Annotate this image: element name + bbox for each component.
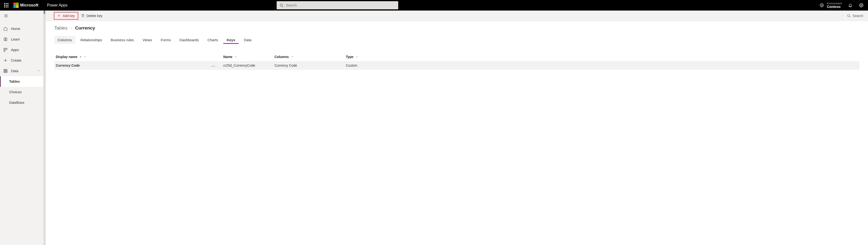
svg-point-34 <box>213 66 214 66</box>
chevron-down-icon <box>84 55 87 58</box>
svg-rect-7 <box>6 6 7 7</box>
svg-point-9 <box>280 4 283 6</box>
nav-dataflows[interactable]: Dataflows <box>0 97 45 108</box>
chevron-right-icon <box>70 25 73 31</box>
keys-table: Display name Name Columns Type <box>54 53 859 70</box>
microsoft-logo[interactable]: Microsoft <box>13 3 38 8</box>
global-search[interactable] <box>277 1 398 9</box>
delete-key-button[interactable]: Delete key <box>78 12 105 19</box>
nav-tables[interactable]: Tables <box>0 76 45 87</box>
column-header-type[interactable]: Type <box>346 55 859 59</box>
header-columns-label: Columns <box>275 55 289 59</box>
breadcrumb-current: Currency <box>75 25 95 31</box>
tab-views[interactable]: Views <box>139 36 156 44</box>
left-navigation: Home Learn Apps Create Data <box>0 10 46 245</box>
trash-icon <box>81 14 85 18</box>
column-header-columns[interactable]: Columns <box>275 55 346 59</box>
svg-rect-5 <box>7 5 8 6</box>
more-horizontal-icon <box>211 66 215 66</box>
nav-learn[interactable]: Learn <box>0 34 45 45</box>
nav-data[interactable]: Data <box>0 66 45 76</box>
nav-learn-label: Learn <box>11 37 20 41</box>
chevron-up-icon <box>37 69 40 73</box>
tabs: Columns Relationships Business rules Vie… <box>54 36 859 44</box>
global-search-input[interactable] <box>286 3 395 7</box>
svg-line-10 <box>282 6 283 7</box>
nav-scrollbar-track[interactable] <box>43 10 45 245</box>
tab-dashboards[interactable]: Dashboards <box>176 36 202 44</box>
app-launcher-button[interactable] <box>1 0 11 10</box>
environment-name: Contoso <box>827 5 842 9</box>
table-grid-icon <box>3 69 8 73</box>
page-search-label: Search <box>853 14 863 18</box>
tab-columns[interactable]: Columns <box>54 36 75 44</box>
apps-icon <box>3 48 8 52</box>
brand-text: Microsoft <box>20 3 38 8</box>
tab-charts[interactable]: Charts <box>204 36 221 44</box>
nav-create[interactable]: Create <box>0 55 45 66</box>
search-icon <box>280 3 284 7</box>
waffle-icon <box>4 3 8 7</box>
plus-icon <box>57 14 61 18</box>
nav-data-label: Data <box>11 69 19 73</box>
add-key-label: Add key <box>63 14 75 18</box>
gear-icon <box>859 3 864 7</box>
tab-keys[interactable]: Keys <box>223 36 239 44</box>
svg-rect-18 <box>4 48 5 49</box>
cell-type: Custom <box>346 63 859 67</box>
bell-icon <box>848 3 852 7</box>
nav-apps[interactable]: Apps <box>0 45 45 55</box>
tab-business-rules[interactable]: Business rules <box>107 36 137 44</box>
chevron-down-icon <box>291 55 293 58</box>
nav-create-label: Create <box>11 58 22 62</box>
svg-point-30 <box>847 15 849 17</box>
sort-asc-icon <box>79 56 82 58</box>
tab-relationships[interactable]: Relationships <box>77 36 105 44</box>
search-icon <box>847 14 851 18</box>
chevron-down-icon <box>234 55 237 58</box>
settings-button[interactable] <box>856 0 867 10</box>
page-search[interactable]: Search <box>842 10 868 21</box>
svg-rect-8 <box>7 6 8 7</box>
app-name: Power Apps <box>47 3 67 7</box>
svg-rect-3 <box>4 5 5 6</box>
svg-rect-23 <box>4 69 7 73</box>
svg-line-31 <box>849 16 850 17</box>
chevron-down-icon <box>355 55 358 58</box>
svg-rect-0 <box>4 3 5 4</box>
table-row[interactable]: Currency Code cr25d_CurrencyCode Currenc… <box>54 61 859 70</box>
breadcrumb: Tables Currency <box>54 25 859 31</box>
book-icon <box>3 37 8 42</box>
cell-columns: Currency Code <box>275 63 346 67</box>
breadcrumb-root[interactable]: Tables <box>54 25 67 31</box>
nav-choices-label: Choices <box>9 90 22 94</box>
column-header-name[interactable]: Name <box>223 55 275 59</box>
nav-home-label: Home <box>11 27 20 31</box>
header-name-label: Name <box>223 55 232 59</box>
cell-name: cr25d_CurrencyCode <box>223 63 275 67</box>
add-key-button[interactable]: Add key <box>54 12 78 20</box>
svg-rect-4 <box>6 5 7 6</box>
svg-rect-19 <box>6 48 7 49</box>
svg-rect-1 <box>6 3 7 4</box>
svg-rect-20 <box>4 50 5 52</box>
nav-apps-label: Apps <box>11 48 19 52</box>
globe-icon <box>820 3 824 7</box>
tab-data[interactable]: Data <box>241 36 255 44</box>
nav-scrollbar-thumb[interactable] <box>43 10 45 14</box>
svg-rect-2 <box>7 3 8 4</box>
svg-point-33 <box>212 66 212 66</box>
column-header-display-name[interactable]: Display name <box>56 55 211 59</box>
notifications-button[interactable] <box>845 0 856 10</box>
plus-icon <box>3 58 8 62</box>
delete-key-label: Delete key <box>87 14 102 18</box>
nav-collapse-button[interactable] <box>0 10 45 21</box>
header-display-name-label: Display name <box>56 55 77 59</box>
environment-label: Environment <box>827 2 842 5</box>
row-more-button[interactable] <box>211 63 223 67</box>
environment-picker[interactable]: Environment Contoso <box>817 1 844 10</box>
nav-choices[interactable]: Choices <box>0 87 45 97</box>
nav-home[interactable]: Home <box>0 24 45 34</box>
tab-forms[interactable]: Forms <box>157 36 175 44</box>
nav-dataflows-label: Dataflows <box>9 101 24 105</box>
